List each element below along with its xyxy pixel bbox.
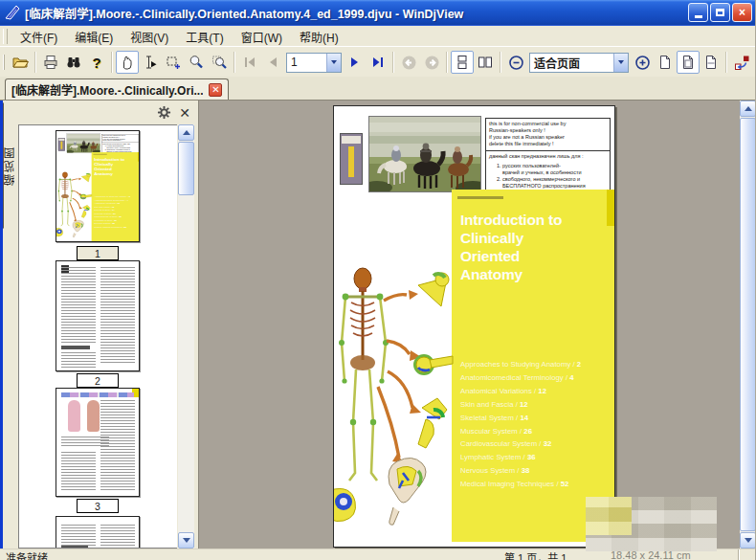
open-folder-icon xyxy=(12,55,29,70)
document-tab-bar: [临床解剖学].Moore.-.Clinically.Ori... ✕ xyxy=(0,77,756,101)
notice-line: 1. русских пользователей- xyxy=(489,163,607,169)
zoom-value: 适合页面 xyxy=(530,55,613,71)
menu-edit[interactable]: 编辑(E) xyxy=(66,27,122,47)
content-area: 缩览图 ✕ xyxy=(0,101,756,549)
zoom-select-tool-button[interactable] xyxy=(208,51,231,74)
select-text-tool-button[interactable] xyxy=(139,51,162,74)
thumbnail-page-3[interactable] xyxy=(56,388,140,497)
document-view[interactable]: this is for non-commercial use by Russia… xyxy=(198,101,740,549)
window-controls: × xyxy=(688,3,752,22)
menu-view[interactable]: 视图(V) xyxy=(122,27,177,47)
fit-width-button[interactable] xyxy=(700,51,723,74)
first-page-icon xyxy=(242,55,257,70)
scrollbar-thumb[interactable] xyxy=(740,118,756,531)
forward-icon xyxy=(424,55,440,71)
pan-tool-button[interactable] xyxy=(116,51,139,74)
facing-layout-button[interactable] xyxy=(474,51,497,74)
menu-help[interactable]: 帮助(H) xyxy=(291,27,347,47)
magnifier-icon xyxy=(189,55,204,70)
first-page-button[interactable] xyxy=(238,51,261,74)
thumbnail-page-4[interactable] xyxy=(56,516,140,549)
thumbnail-label-3[interactable]: 3 xyxy=(77,499,119,513)
chevron-up-icon xyxy=(183,130,190,135)
marquee-icon xyxy=(166,55,181,70)
scrollbar-thumb[interactable] xyxy=(178,142,194,195)
rotate-left-button[interactable] xyxy=(730,51,753,74)
thumbnail-scrollbar[interactable] xyxy=(178,124,194,549)
scroll-up-button[interactable] xyxy=(178,124,194,141)
magnify-tool-button[interactable] xyxy=(185,51,208,74)
minimize-button[interactable] xyxy=(688,3,708,22)
scroll-down-button[interactable] xyxy=(740,532,756,549)
scroll-down-button[interactable] xyxy=(178,532,194,549)
find-button[interactable] xyxy=(62,51,85,74)
last-page-icon xyxy=(370,55,386,70)
zoom-out-icon xyxy=(508,55,524,71)
tab-close-button[interactable]: ✕ xyxy=(209,83,222,97)
cover-title: Introduction to Clinically Oriented Anat… xyxy=(460,211,562,283)
fit-page-icon xyxy=(680,55,696,70)
continuous-layout-button[interactable] xyxy=(451,51,474,74)
cover-title-line: Oriented xyxy=(460,247,562,265)
toc-entry: Skin and Fascia / 12 xyxy=(460,398,609,412)
prev-page-button[interactable] xyxy=(261,51,284,74)
toolbar-grip[interactable] xyxy=(3,29,8,44)
actual-size-button[interactable] xyxy=(654,51,677,74)
notice-line: Russian-speakers only ! xyxy=(489,127,607,134)
thumbnail-page-2[interactable] xyxy=(56,260,140,371)
menu-window[interactable]: 窗口(W) xyxy=(233,27,291,47)
page-number-combobox[interactable]: 1 xyxy=(286,53,342,73)
next-page-icon xyxy=(347,55,363,70)
thumbnail-page-1[interactable]: this is for non-commercial use by Russia… xyxy=(56,130,140,242)
help-icon: ? xyxy=(92,55,100,71)
last-page-button[interactable] xyxy=(367,51,389,74)
censored-blur-patch xyxy=(586,497,717,551)
facing-pages-icon xyxy=(478,55,493,70)
select-rect-tool-button[interactable] xyxy=(162,51,185,74)
text-select-icon xyxy=(143,55,158,70)
back-button[interactable] xyxy=(397,51,420,74)
document-tab[interactable]: [临床解剖学].Moore.-.Clinically.Ori... ✕ xyxy=(5,78,229,100)
bogatyrs-painting xyxy=(368,116,481,192)
hand-icon xyxy=(120,55,135,70)
chevron-down-icon xyxy=(331,60,337,64)
thumbnail-label-2[interactable]: 2 xyxy=(77,373,119,388)
notice-line: врачей и ученых, в особенности xyxy=(489,169,607,176)
cover-bookmark-tab xyxy=(607,190,614,226)
thumbnail-label-1[interactable]: 1 xyxy=(77,246,119,260)
menu-tools[interactable]: 工具(T) xyxy=(177,27,232,47)
menu-file[interactable]: 文件(F) xyxy=(11,27,66,47)
title-bar[interactable]: [临床解剖学].Moore.-.Clinically.Oriented.Anat… xyxy=(0,0,756,25)
forward-button[interactable] xyxy=(420,51,443,74)
scroll-up-button[interactable] xyxy=(740,101,756,117)
page-number-value: 1 xyxy=(287,56,326,69)
zoom-combobox[interactable]: 适合页面 xyxy=(529,53,629,73)
zoom-dropdown-button[interactable] xyxy=(613,54,628,72)
toc-entry: Medical Imaging Techniques / 52 xyxy=(460,478,609,491)
about-button[interactable]: ? xyxy=(85,51,108,74)
cover-yellow-panel: Introduction to Clinically Oriented Anat… xyxy=(452,190,614,542)
thumbnail-close-button[interactable]: ✕ xyxy=(179,106,190,120)
maximize-button[interactable] xyxy=(710,3,730,22)
anatomy-figure-front xyxy=(68,400,80,432)
thumbnail-settings-button[interactable] xyxy=(157,105,171,120)
toc-entry: Nervous System / 38 xyxy=(460,464,609,478)
notice-line: if you are not a Russian speaker xyxy=(489,134,607,141)
next-page-button[interactable] xyxy=(344,51,367,74)
document-page: this is for non-commercial use by Russia… xyxy=(333,105,615,548)
rotate-left-icon xyxy=(734,55,750,71)
close-button[interactable]: × xyxy=(732,3,752,22)
binoculars-icon xyxy=(66,55,81,70)
toolbar-grip-2[interactable] xyxy=(3,55,5,70)
document-scrollbar[interactable] xyxy=(740,101,756,549)
status-divider xyxy=(738,549,740,560)
book-cover-thumbnail xyxy=(340,133,363,185)
fit-page-button[interactable] xyxy=(677,51,700,74)
page-dropdown-button[interactable] xyxy=(326,54,341,72)
toc-entry: Anatomical Variations / 12 xyxy=(460,385,609,398)
zoom-out-button[interactable] xyxy=(504,51,527,74)
open-button[interactable] xyxy=(9,51,32,74)
thumbnail-list: this is for non-commercial use by Russia… xyxy=(18,124,177,549)
print-button[interactable] xyxy=(39,51,62,74)
zoom-in-button[interactable] xyxy=(631,51,654,74)
